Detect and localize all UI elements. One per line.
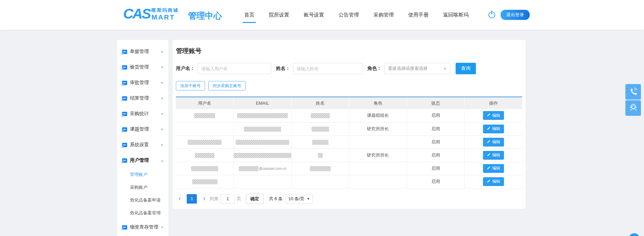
chevron-down-icon: ▾ xyxy=(161,50,163,54)
redacted-text xyxy=(312,127,329,132)
nav-item-6[interactable]: 使用手册 xyxy=(408,9,429,21)
redacted-text xyxy=(311,113,330,118)
sidebar-item-6[interactable]: 课题管理▾ xyxy=(117,122,168,137)
document-icon xyxy=(122,81,127,85)
table-row-3: 启用编辑 xyxy=(176,135,522,149)
sidebar: 单据管理▾验货管理▾审批管理▾结算管理▾采购统计▾课题管理▾系统设置▾用户管理▴… xyxy=(117,40,168,236)
top-header: CAS 喀斯玛商城 MART 管理中心 首页院所设置账号设置公告管理采购管理使用… xyxy=(0,0,644,30)
table-row-6: 启用编辑 xyxy=(176,175,522,188)
casmart-logo[interactable]: CAS 喀斯玛商城 MART xyxy=(123,7,179,21)
filter-bar: 用户名： 姓名： 角色： 直接选择或搜索选择 ▼ 查询 xyxy=(176,63,522,74)
chevron-down-icon: ▾ xyxy=(161,96,163,101)
nav-item-2[interactable]: 院所设置 xyxy=(269,9,289,21)
document-icon xyxy=(122,127,127,132)
cell-role: 课题组组长 xyxy=(349,109,407,122)
sync-main-account-button[interactable]: 同步采购主账号 xyxy=(208,81,246,90)
chevron-down-icon: ▾ xyxy=(161,81,163,85)
cell-status: 启用 xyxy=(407,109,465,122)
chevron-down-icon: ▾ xyxy=(161,143,163,147)
edit-button-label: 编辑 xyxy=(492,126,500,132)
chevron-down-icon: ▾ xyxy=(161,112,163,116)
pencil-icon xyxy=(487,127,490,131)
sidebar-item-9[interactable]: 物资库存管理▾ xyxy=(117,219,168,235)
edit-button-label: 编辑 xyxy=(492,165,500,171)
document-icon xyxy=(122,143,127,147)
edit-button[interactable]: 编辑 xyxy=(483,138,504,147)
cell-role xyxy=(349,162,407,175)
sidebar-subitem-4[interactable]: 危化品备案管理 xyxy=(117,207,168,219)
nav-item-3[interactable]: 账号设置 xyxy=(304,9,324,21)
redacted-text xyxy=(318,153,323,158)
edit-button-label: 编辑 xyxy=(492,113,500,119)
sidebar-subitem-3[interactable]: 危化品备案申请 xyxy=(117,194,168,207)
edit-button[interactable]: 编辑 xyxy=(483,177,504,186)
cell-role: 研究所所长 xyxy=(349,122,407,135)
document-icon xyxy=(122,158,127,163)
confirm-button[interactable]: 确定 xyxy=(246,194,263,204)
cell-status: 启用 xyxy=(407,162,465,175)
table-header-row: 用户名EMAIL姓名角色状态操作 xyxy=(176,97,522,109)
sidebar-item-7[interactable]: 系统设置▾ xyxy=(117,137,168,153)
accounts-table: 用户名EMAIL姓名角色状态操作 课题组组长启用编辑研究所所长启用编辑启用编辑研… xyxy=(176,97,522,188)
logo-cas-text: CAS xyxy=(123,7,150,21)
sidebar-item-label: 采购统计 xyxy=(130,111,159,117)
sidebar-item-label: 验货管理 xyxy=(130,64,159,70)
cell-status: 启用 xyxy=(407,149,465,162)
cell-email xyxy=(234,122,292,135)
sidebar-item-5[interactable]: 采购统计▾ xyxy=(117,106,168,122)
redacted-text xyxy=(194,113,215,118)
edit-button[interactable]: 编辑 xyxy=(483,111,504,120)
username-input[interactable] xyxy=(198,63,271,74)
sidebar-item-label: 结算管理 xyxy=(130,95,159,101)
add-sub-account-button[interactable]: 添加子账号 xyxy=(176,81,205,90)
page-size-select[interactable]: 10 条/页 ▼ xyxy=(285,194,313,204)
prev-page-button[interactable] xyxy=(176,194,185,204)
floating-toolbar xyxy=(625,84,641,116)
sidebar-item-8[interactable]: 用户管理▴ xyxy=(117,153,168,168)
column-header: 姓名 xyxy=(291,97,349,109)
cell-name xyxy=(291,122,349,135)
column-header: 用户名 xyxy=(176,97,234,109)
total-count: 共 6 条 xyxy=(269,196,282,202)
cell-email xyxy=(234,109,292,122)
query-button[interactable]: 查询 xyxy=(456,63,476,74)
pencil-icon xyxy=(487,140,490,145)
logout-button[interactable]: 退出登录 xyxy=(501,10,530,20)
table-row-2: 研究所所长启用编辑 xyxy=(176,122,522,135)
sidebar-item-3[interactable]: 审批管理▾ xyxy=(117,75,168,90)
nav-item-4[interactable]: 公告管理 xyxy=(339,9,359,21)
sidebar-item-2[interactable]: 验货管理▾ xyxy=(117,59,168,75)
page-number-button[interactable]: 1 xyxy=(187,194,197,204)
sidebar-subitem-2[interactable]: 采购账户 xyxy=(117,181,168,194)
sidebar-item-label: 单据管理 xyxy=(130,49,159,55)
phone-contact-button[interactable] xyxy=(625,84,641,100)
power-icon[interactable] xyxy=(488,11,495,18)
cell-name xyxy=(291,109,349,122)
back-to-top-button[interactable] xyxy=(628,233,640,236)
cell-action: 编辑 xyxy=(464,109,522,122)
cell-role xyxy=(349,175,407,188)
headset-icon xyxy=(629,103,638,113)
edit-button[interactable]: 编辑 xyxy=(483,125,504,133)
cell-name xyxy=(291,175,349,188)
customer-service-button[interactable] xyxy=(625,100,641,116)
sidebar-subitem-1[interactable]: 管理账户 xyxy=(117,168,168,181)
edit-button[interactable]: 编辑 xyxy=(483,164,504,173)
next-page-button[interactable] xyxy=(199,194,208,204)
redacted-text xyxy=(239,166,258,171)
role-select[interactable]: 直接选择或搜索选择 ▼ xyxy=(384,63,451,74)
sidebar-item-1[interactable]: 单据管理▾ xyxy=(117,44,168,59)
edit-button[interactable]: 编辑 xyxy=(483,151,504,160)
sidebar-item-4[interactable]: 结算管理▾ xyxy=(117,90,168,106)
redacted-text xyxy=(191,166,218,171)
name-input[interactable] xyxy=(293,63,363,74)
redacted-text xyxy=(188,140,222,145)
page-input[interactable] xyxy=(221,194,235,204)
edit-button-label: 编辑 xyxy=(492,152,500,158)
nav-item-1[interactable]: 首页 xyxy=(244,9,254,21)
redacted-text xyxy=(244,127,281,132)
nav-item-7[interactable]: 返回喀斯玛 xyxy=(443,9,468,21)
role-label: 角色： xyxy=(367,65,382,72)
cell-email: @casmart.com.cn xyxy=(234,162,292,175)
nav-item-5[interactable]: 采购管理 xyxy=(373,9,394,21)
